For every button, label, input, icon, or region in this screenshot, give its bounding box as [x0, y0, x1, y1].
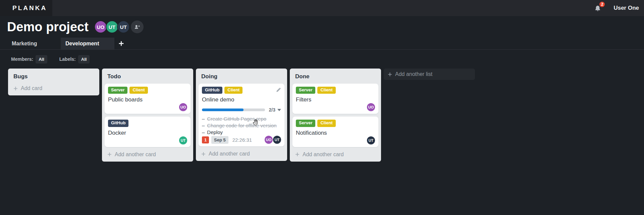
tab-marketing[interactable]: Marketing: [7, 38, 61, 49]
card-title: Online demo: [202, 96, 281, 103]
plus-icon: [201, 152, 206, 156]
card-labels: GitHub: [108, 120, 187, 127]
card-online-demo[interactable]: GitHub Client Online demo 2/3: [199, 84, 284, 146]
add-board-button[interactable]: [114, 38, 128, 49]
label-client[interactable]: Client: [129, 87, 148, 94]
notifications-badge: 2: [599, 1, 605, 8]
list-title[interactable]: Bugs: [13, 73, 94, 80]
task-marker: –: [202, 116, 205, 122]
card-public-boards[interactable]: Server Client Public boards UO: [105, 84, 191, 114]
due-date-badge[interactable]: Sep 5: [211, 136, 228, 144]
list-bugs: Bugs Add card: [8, 69, 99, 95]
task-text: Create GitHub Pages repo: [207, 116, 266, 122]
task-marker: –: [202, 122, 205, 129]
card-filters[interactable]: Server Client Filters UO: [292, 84, 378, 114]
user-menu[interactable]: User One: [613, 5, 639, 11]
avatar[interactable]: UT: [367, 136, 375, 144]
card-docker[interactable]: GitHub Docker UT: [105, 117, 191, 147]
label-github[interactable]: GitHub: [202, 87, 222, 94]
timer-value[interactable]: 22:26:31: [232, 137, 252, 143]
task-list: – Create GitHub Pages repo – Change code…: [202, 116, 281, 136]
card-labels: GitHub Client: [202, 87, 281, 94]
card-title: Notifications: [296, 130, 375, 136]
card-labels: Server Client: [296, 120, 375, 127]
avatar[interactable]: UO: [94, 20, 107, 33]
add-card-label: Add another card: [303, 152, 344, 158]
project-title[interactable]: Demo project: [7, 20, 89, 34]
avatar[interactable]: UT: [179, 136, 187, 144]
pencil-icon: [275, 87, 281, 93]
task-item[interactable]: – Create GitHub Pages repo: [202, 116, 281, 122]
header-right: 2 User One: [594, 4, 644, 12]
card-labels: Server Client: [108, 87, 187, 94]
add-member-button[interactable]: [131, 20, 144, 33]
notification-count-badge: 1: [202, 136, 209, 143]
add-card-label: Add another card: [209, 151, 250, 157]
task-item[interactable]: – Change code for offline version: [202, 122, 281, 129]
label-server[interactable]: Server: [296, 120, 315, 127]
plus-icon: [388, 72, 392, 77]
label-client[interactable]: Client: [317, 120, 335, 127]
avatar[interactable]: UO: [265, 136, 273, 144]
label-server[interactable]: Server: [108, 87, 127, 94]
add-card-button[interactable]: Add another card: [105, 150, 191, 159]
card-members: UO UT: [265, 136, 281, 144]
label-github[interactable]: GitHub: [108, 120, 128, 127]
task-marker: –: [202, 129, 205, 136]
card-members: UO: [296, 103, 375, 111]
card-notifications[interactable]: Server Client Notifications UT: [292, 117, 378, 147]
avatar[interactable]: UO: [367, 103, 375, 111]
add-card-label: Add another card: [115, 152, 156, 158]
list-done: Done Server Client Filters UO Server Cli…: [290, 69, 381, 162]
add-card-button[interactable]: Add another card: [199, 149, 284, 158]
app-logo[interactable]: PLANKA: [0, 0, 52, 16]
label-server[interactable]: Server: [296, 87, 315, 94]
progress-fill: [202, 109, 244, 111]
add-list-button[interactable]: Add another list: [384, 69, 475, 80]
list-title[interactable]: Todo: [107, 73, 188, 80]
card-title: Filters: [296, 96, 375, 103]
labels-filter-label: Labels:: [59, 56, 76, 62]
add-card-button[interactable]: Add another card: [292, 150, 378, 159]
avatar[interactable]: UT: [273, 136, 281, 144]
members-filter-value[interactable]: All: [36, 55, 47, 63]
list-doing: Doing GitHub Client Online demo 2/3: [196, 69, 287, 161]
card-members: UO: [108, 103, 187, 111]
plus-icon: [119, 41, 124, 46]
edit-card-button[interactable]: [275, 87, 281, 93]
task-text: Change code for offline version: [207, 122, 276, 129]
board: Bugs Add card Todo Server Client Public …: [8, 69, 381, 162]
progress-count: 2/3: [269, 107, 275, 113]
avatar[interactable]: UO: [179, 103, 187, 111]
add-card-button[interactable]: Add card: [11, 84, 97, 93]
tasks-progress: 2/3: [202, 107, 281, 113]
chevron-down-icon[interactable]: [277, 109, 281, 111]
plus-icon: [295, 152, 300, 157]
list-todo: Todo Server Client Public boards UO GitH…: [102, 69, 193, 162]
plus-icon: [13, 86, 18, 91]
user-plus-icon: [133, 24, 141, 31]
label-client[interactable]: Client: [224, 87, 243, 94]
card-title: Docker: [108, 130, 187, 136]
avatar[interactable]: UT: [106, 20, 118, 33]
tab-development[interactable]: Development: [61, 38, 114, 49]
app-header: PLANKA 2 User One: [0, 0, 644, 16]
project-members: UO UT UT: [94, 20, 144, 33]
task-text: Deploy: [207, 129, 223, 136]
list-title[interactable]: Doing: [201, 73, 282, 80]
notifications-button[interactable]: 2: [594, 4, 602, 12]
card-members: UT: [296, 136, 375, 144]
task-item[interactable]: – Deploy: [202, 129, 281, 136]
add-list-label: Add another list: [395, 71, 432, 77]
card-labels: Server Client: [296, 87, 375, 94]
card-members: UT: [108, 136, 187, 144]
list-title[interactable]: Done: [295, 73, 376, 80]
avatar[interactable]: UT: [117, 20, 130, 33]
add-card-label: Add card: [21, 85, 42, 91]
card-title: Public boards: [108, 96, 187, 103]
project-header: Demo project UO UT UT: [7, 17, 144, 36]
label-client[interactable]: Client: [317, 87, 335, 94]
plus-icon: [107, 152, 112, 157]
labels-filter-value[interactable]: All: [78, 55, 90, 63]
card-footer: 1 Sep 5 22:26:31 UO UT: [202, 136, 281, 144]
